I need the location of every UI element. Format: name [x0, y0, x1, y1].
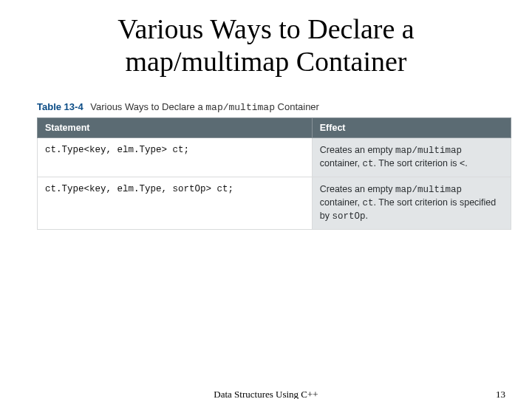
table-row: ct.Type<key, elm.Type, sortOp> ct; Creat… [38, 177, 511, 230]
statement-cell: ct.Type<key, elm.Type> ct; [38, 138, 313, 177]
eff-mono: map/multimap [395, 185, 462, 195]
statement-cell: ct.Type<key, elm.Type, sortOp> ct; [38, 177, 313, 230]
caption-post: Container [275, 101, 319, 112]
eff-mono: ct [362, 198, 373, 208]
eff-text: Creates an empty [320, 184, 395, 194]
table-row: ct.Type<key, elm.Type> ct; Creates an em… [38, 138, 511, 177]
slide: Various Ways to Declare a map/multimap C… [0, 0, 532, 399]
declaration-table: Statement Effect ct.Type<key, elm.Type> … [37, 117, 511, 229]
eff-text: . [365, 211, 367, 221]
eff-text: . The sort criterion is <. [373, 158, 467, 168]
table-caption: Table 13-4 Various Ways to Declare a map… [37, 101, 511, 113]
table-header-row: Statement Effect [38, 118, 511, 138]
eff-text: container, [320, 158, 363, 168]
eff-text: container, [320, 197, 363, 208]
caption-mono: map/multimap [205, 102, 275, 113]
footer-book-title: Data Structures Using C++ [0, 389, 532, 399]
title-line-1: Various Ways to Declare a [117, 13, 414, 44]
slide-title: Various Ways to Declare a map/multimap C… [0, 0, 532, 78]
caption-pre: Various Ways to Declare a [90, 101, 205, 112]
title-line-2: map/multimap Container [126, 46, 407, 77]
header-statement: Statement [38, 118, 313, 138]
eff-mono: map/multimap [395, 146, 462, 156]
eff-mono: sortOp [332, 211, 365, 222]
table-region: Table 13-4 Various Ways to Declare a map… [0, 101, 532, 229]
header-effect: Effect [312, 118, 511, 138]
eff-text: Creates an empty [320, 145, 395, 155]
table-number: Table 13-4 [37, 101, 83, 112]
effect-cell: Creates an empty map/multimap container,… [312, 177, 511, 230]
effect-cell: Creates an empty map/multimap container,… [312, 138, 511, 177]
eff-mono: ct [362, 159, 373, 169]
footer-page-number: 13 [496, 389, 505, 399]
